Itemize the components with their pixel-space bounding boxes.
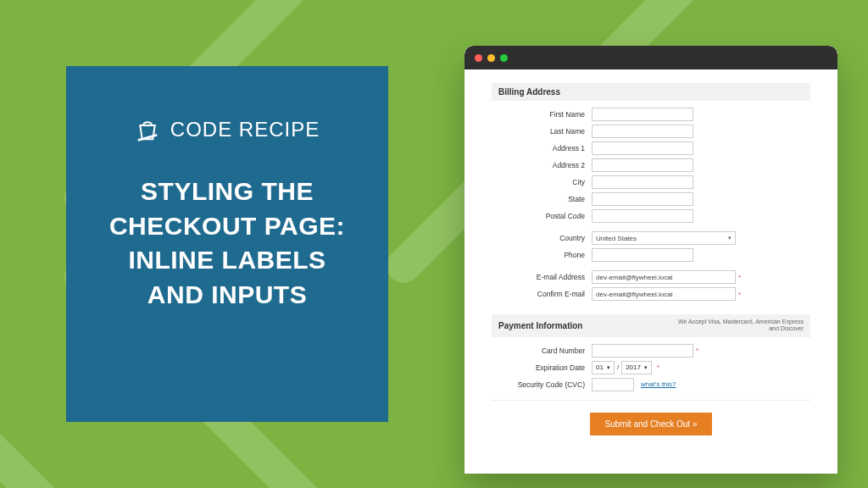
chevron-down-icon: ▾: [644, 364, 648, 371]
exp-month-select[interactable]: 01 ▾: [592, 361, 615, 374]
field-confirm-email: Confirm E-mail *: [492, 287, 810, 301]
exp-year-value: 2017: [626, 363, 641, 371]
chevron-down-icon: ▾: [607, 364, 610, 371]
field-card-number: Card Number *: [492, 344, 810, 358]
minimize-icon[interactable]: [487, 54, 495, 62]
close-icon[interactable]: [475, 54, 482, 62]
field-last-name: Last Name: [492, 125, 810, 138]
confirm-email-label: Confirm E-mail: [492, 290, 592, 298]
city-label: City: [492, 178, 592, 186]
shopping-bag-icon: [135, 117, 160, 142]
city-input[interactable]: [592, 175, 693, 189]
cvc-label: Security Code (CVC): [492, 380, 592, 389]
divider: [492, 400, 810, 401]
billing-title: Billing Address: [498, 87, 560, 97]
phone-input[interactable]: [592, 248, 693, 262]
brand-title: CODE RECIPE: [170, 118, 320, 141]
required-icon: *: [696, 347, 698, 354]
checkout-page: Billing Address First Name Last Name Add…: [465, 69, 837, 442]
email-input[interactable]: [592, 270, 736, 284]
title-card: CODE RECIPE STYLING THE CHECKOUT PAGE: I…: [66, 66, 388, 422]
address2-input[interactable]: [592, 158, 693, 172]
address1-input[interactable]: [592, 141, 693, 155]
exp-month-value: 01: [596, 363, 604, 371]
maximize-icon[interactable]: [500, 54, 508, 62]
field-state: State: [492, 192, 810, 206]
card-number-label: Card Number: [492, 347, 592, 355]
browser-titlebar: [465, 46, 837, 69]
payment-section-header: Payment Information We Accept Visa, Mast…: [492, 314, 810, 337]
postal-input[interactable]: [592, 209, 693, 223]
exp-year-select[interactable]: 2017 ▾: [621, 361, 652, 374]
payment-title: Payment Information: [498, 321, 582, 330]
chevron-down-icon: ▾: [728, 235, 732, 241]
field-address2: Address 2: [492, 158, 810, 172]
last-name-input[interactable]: [592, 125, 693, 138]
expiration-label: Expiration Date: [492, 363, 592, 372]
field-phone: Phone: [492, 248, 810, 262]
accepted-cards-text: We Accept Visa, Mastercard, American Exp…: [676, 319, 804, 333]
required-icon: *: [738, 291, 741, 298]
required-icon: *: [657, 363, 659, 371]
address2-label: Address 2: [492, 161, 592, 169]
email-label: E-mail Address: [492, 273, 592, 281]
address1-label: Address 1: [492, 144, 592, 152]
first-name-input[interactable]: [592, 108, 693, 121]
country-select[interactable]: United States ▾: [592, 231, 736, 245]
field-postal: Postal Code: [492, 209, 810, 223]
postal-label: Postal Code: [492, 212, 592, 220]
field-email: E-mail Address *: [492, 270, 810, 284]
required-icon: *: [738, 274, 741, 281]
first-name-label: First Name: [492, 110, 592, 119]
headline: STYLING THE CHECKOUT PAGE: INLINE LABELS…: [100, 175, 354, 312]
field-cvc: Security Code (CVC) what's this?: [492, 378, 810, 391]
field-first-name: First Name: [492, 108, 810, 121]
country-value: United States: [596, 235, 637, 242]
last-name-label: Last Name: [492, 127, 592, 136]
field-expiration: Expiration Date 01 ▾ / 2017 ▾ *: [492, 361, 810, 374]
phone-label: Phone: [492, 251, 592, 259]
state-input[interactable]: [592, 192, 693, 206]
slash-separator: /: [617, 363, 619, 371]
field-address1: Address 1: [492, 141, 810, 155]
state-label: State: [492, 195, 592, 203]
field-country: Country United States ▾: [492, 231, 810, 245]
submit-button[interactable]: Submit and Check Out »: [590, 413, 713, 435]
field-city: City: [492, 175, 810, 189]
cvc-help-link[interactable]: what's this?: [641, 380, 676, 388]
browser-window: Billing Address First Name Last Name Add…: [465, 46, 837, 474]
cvc-input[interactable]: [592, 378, 634, 391]
country-label: Country: [492, 234, 592, 242]
billing-section-header: Billing Address: [492, 83, 810, 101]
confirm-email-input[interactable]: [592, 287, 736, 301]
card-number-input[interactable]: [592, 344, 693, 358]
brand-row: CODE RECIPE: [135, 117, 320, 142]
